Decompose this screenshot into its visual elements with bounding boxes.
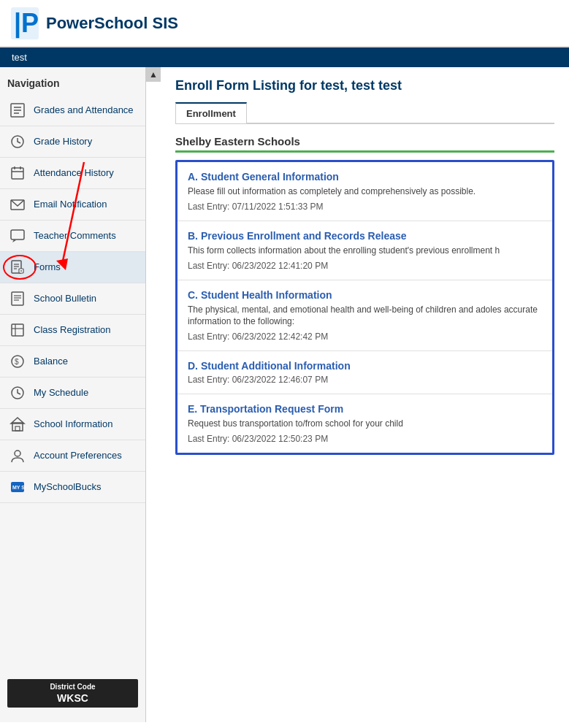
sidebar-item-attendance-history[interactable]: Attendance History	[0, 158, 145, 189]
form-b-title: B. Previous Enrollment and Records Relea…	[188, 230, 542, 242]
email-notification-icon	[7, 194, 28, 215]
current-user-label[interactable]: test	[7, 50, 31, 64]
sidebar: Navigation Grades and Attendance Grade H…	[0, 67, 146, 722]
form-item-e[interactable]: E. Transportation Request Form Request b…	[177, 394, 552, 453]
my-schedule-icon	[7, 383, 28, 403]
form-b-desc: This form collects information about the…	[188, 245, 542, 257]
forms-icon	[7, 257, 28, 277]
sidebar-item-class-registration[interactable]: Class Registration	[0, 315, 145, 346]
svg-point-36	[15, 451, 20, 456]
class-registration-label: Class Registration	[34, 324, 111, 337]
myschoolbucks-icon: MY SCHOOL	[7, 477, 28, 497]
myschoolbucks-label: MySchoolBucks	[34, 481, 101, 494]
district-code-box: District Code WKSC	[7, 679, 138, 708]
school-information-icon	[7, 414, 28, 434]
form-c-desc: The physical, mental, and emotional heal…	[188, 304, 542, 329]
form-c-title: C. Student Health Information	[188, 289, 542, 301]
attendance-history-label: Attendance History	[34, 167, 114, 180]
class-registration-icon	[7, 320, 28, 340]
svg-rect-14	[11, 230, 24, 240]
sidebar-heading: Navigation	[0, 73, 145, 95]
forms-label: Forms	[34, 261, 61, 274]
grade-history-icon	[7, 131, 28, 152]
grades-attendance-label: Grades and Attendance	[34, 104, 134, 117]
svg-rect-27	[12, 324, 23, 336]
form-a-desc: Please fill out information as completel…	[188, 185, 542, 198]
svg-rect-35	[15, 426, 20, 431]
sidebar-item-account-preferences[interactable]: Account Preferences	[0, 440, 145, 472]
scroll-up-button[interactable]: ▲	[146, 67, 161, 82]
form-item-d[interactable]: D. Student Additional Information Last E…	[177, 351, 552, 394]
svg-rect-9	[12, 168, 23, 179]
form-a-title: A. Student General Information	[188, 171, 542, 183]
app-title: PowerSchool SIS	[46, 14, 178, 33]
main-layout: Navigation Grades and Attendance Grade H…	[0, 67, 569, 722]
balance-icon: $	[7, 351, 28, 372]
forms-list: A. Student General Information Please fi…	[175, 160, 554, 455]
my-schedule-label: My Schedule	[34, 387, 88, 399]
form-item-c[interactable]: C. Student Health Information The physic…	[177, 280, 552, 352]
content-area: ▲ Enroll Form Listing for test, test tes…	[146, 67, 569, 722]
form-item-b[interactable]: B. Previous Enrollment and Records Relea…	[177, 221, 552, 280]
sidebar-item-balance[interactable]: $ Balance	[0, 346, 145, 378]
form-e-title: E. Transportation Request Form	[188, 403, 542, 415]
svg-text:$: $	[15, 358, 19, 366]
account-preferences-label: Account Preferences	[34, 450, 122, 462]
sidebar-item-school-bulletin[interactable]: School Bulletin	[0, 283, 145, 315]
form-item-a[interactable]: A. Student General Information Please fi…	[177, 162, 552, 221]
school-bulletin-icon	[7, 288, 28, 309]
form-d-entry: Last Entry: 06/23/2022 12:46:07 PM	[188, 375, 542, 385]
tab-bar: Enrollment	[175, 102, 554, 124]
attendance-history-icon	[7, 163, 28, 183]
sidebar-item-school-information[interactable]: School Information	[0, 409, 145, 440]
grades-attendance-icon	[7, 100, 28, 120]
district-code-value: WKSC	[13, 692, 132, 704]
form-e-entry: Last Entry: 06/23/2022 12:50:23 PM	[188, 434, 542, 444]
balance-label: Balance	[34, 356, 68, 368]
sidebar-item-email-notification[interactable]: Email Notification	[0, 189, 145, 221]
district-code-label: District Code	[13, 683, 132, 691]
form-b-entry: Last Entry: 06/23/2022 12:41:20 PM	[188, 261, 542, 271]
sidebar-item-my-schedule[interactable]: My Schedule	[0, 378, 145, 409]
teacher-comments-icon	[7, 226, 28, 246]
school-section-title: Shelby Eastern Schools	[175, 135, 554, 153]
powerschool-logo-icon: |P	[11, 7, 39, 39]
form-d-title: D. Student Additional Information	[188, 360, 542, 372]
school-bulletin-label: School Bulletin	[34, 293, 96, 305]
header: |P PowerSchool SIS	[0, 0, 569, 47]
tab-enrollment[interactable]: Enrollment	[175, 102, 247, 123]
svg-text:MY SCHOOL: MY SCHOOL	[12, 485, 26, 490]
page-title: Enroll Form Listing for test, test test	[175, 78, 554, 93]
sidebar-item-myschoolbucks[interactable]: MY SCHOOL MySchoolBucks	[0, 472, 145, 503]
teacher-comments-label: Teacher Comments	[34, 230, 116, 242]
form-c-entry: Last Entry: 06/23/2022 12:42:42 PM	[188, 332, 542, 342]
school-information-label: School Information	[34, 418, 112, 431]
sidebar-item-grade-history[interactable]: Grade History	[0, 126, 145, 158]
form-a-entry: Last Entry: 07/11/2022 1:51:33 PM	[188, 202, 542, 212]
sidebar-item-forms[interactable]: Forms	[0, 252, 145, 283]
svg-rect-23	[12, 292, 23, 305]
sidebar-item-grades-attendance[interactable]: Grades and Attendance	[0, 95, 145, 126]
account-preferences-icon	[7, 445, 28, 466]
grade-history-label: Grade History	[34, 136, 92, 148]
sidebar-item-teacher-comments[interactable]: Teacher Comments	[0, 221, 145, 252]
form-e-desc: Request bus transportation to/from schoo…	[188, 418, 542, 430]
svg-text:|P: |P	[14, 8, 39, 39]
email-notification-label: Email Notification	[34, 199, 107, 211]
top-nav-bar: test	[0, 47, 569, 67]
